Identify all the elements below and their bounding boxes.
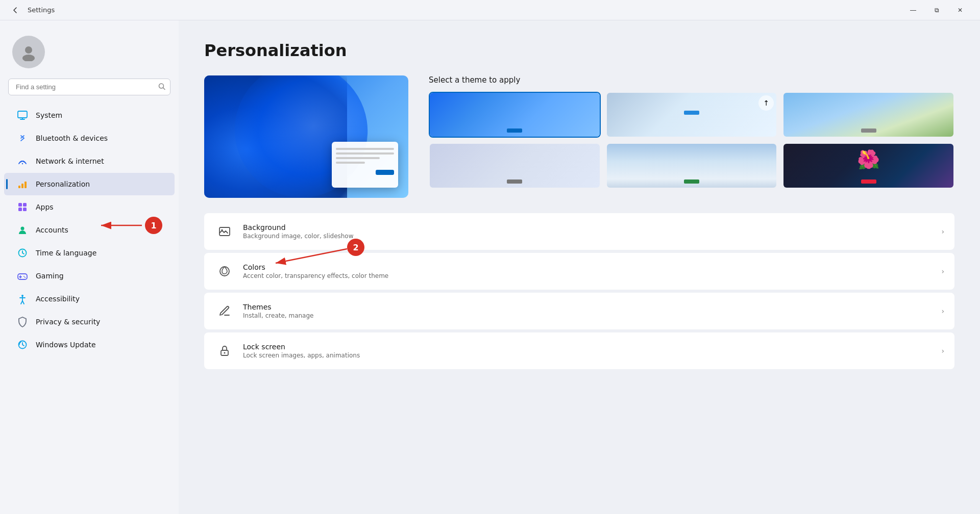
theme-thumb-6[interactable]: 🌺 [782,143,954,189]
nav-list: System Bluetooth & devices Network & int… [0,104,179,356]
sidebar-item-time[interactable]: Time & language [4,242,175,264]
accounts-icon [16,224,29,236]
sidebar: System Bluetooth & devices Network & int… [0,20,179,514]
svg-point-1 [22,55,35,61]
back-button[interactable] [8,3,22,17]
preview-image [204,75,408,198]
time-icon [16,247,29,259]
sidebar-item-gaming[interactable]: Gaming [4,265,175,287]
svg-point-34 [224,352,226,354]
svg-rect-12 [23,203,27,207]
theme-2-btn [684,111,699,115]
settings-item-text-colors: Colors Accent color, transparency effect… [243,263,933,279]
svg-rect-8 [18,186,20,188]
theme-thumb-2[interactable]: ↑ [606,92,778,138]
sidebar-item-privacy[interactable]: Privacy & security [4,311,175,333]
apps-icon [16,201,29,213]
theme-6-btn [861,179,876,184]
theme-thumb-3[interactable] [782,92,954,138]
sidebar-item-bluetooth[interactable]: Bluetooth & devices [4,127,175,149]
settings-item-title-themes: Themes [243,303,933,311]
theme-4-btn [507,179,522,184]
search-box[interactable] [8,79,170,95]
t2-overlay: ↑ [758,95,774,111]
svg-point-22 [23,276,24,277]
settings-item-arrow-colors: › [941,267,944,275]
settings-item-sub-lockscreen: Lock screen images, apps, animations [243,352,933,359]
theme-preview [204,75,408,198]
t6-flower: 🌺 [857,149,880,170]
search-input[interactable] [8,79,170,95]
sidebar-item-label: Gaming [36,272,64,280]
preview-line-1 [336,148,394,150]
theme-1-btn [507,128,522,133]
theme-1-preview [430,93,600,137]
sidebar-item-label: Network & internet [36,157,104,165]
settings-item-text-themes: Themes Install, create, manage [243,303,933,319]
settings-item-sub-themes: Install, create, manage [243,312,933,319]
app-body: System Bluetooth & devices Network & int… [0,20,980,514]
theme-thumb-1[interactable] [429,92,601,138]
restore-button[interactable]: ⧉ [925,0,948,20]
preview-line-4 [336,162,365,164]
sidebar-item-label: Privacy & security [36,318,100,326]
theme-3-btn [861,128,876,133]
settings-item-colors[interactable]: Colors Accent color, transparency effect… [204,253,954,290]
svg-rect-13 [18,208,22,211]
settings-item-title-lockscreen: Lock screen [243,343,933,351]
window-title: Settings [28,6,55,14]
theme-section: Select a theme to apply ↑ [204,75,954,198]
settings-list: Background Background image, color, slid… [204,213,954,369]
settings-item-text-background: Background Background image, color, slid… [243,223,933,240]
gaming-icon [16,270,29,282]
svg-point-23 [24,277,26,278]
settings-item-themes[interactable]: Themes Install, create, manage › [204,293,954,329]
sidebar-item-label: Bluetooth & devices [36,134,108,142]
sidebar-item-system[interactable]: System [4,104,175,126]
settings-item-text-lockscreen: Lock screen Lock screen images, apps, an… [243,343,933,359]
settings-item-background[interactable]: Background Background image, color, slid… [204,213,954,250]
colors-icon [214,261,235,281]
themes-icon [214,301,235,321]
personalization-icon [16,178,29,190]
sidebar-item-label: Windows Update [36,341,96,349]
avatar [12,36,45,68]
bluetooth-icon [16,132,29,144]
svg-rect-11 [18,203,22,207]
theme-4-preview [430,144,600,188]
settings-item-arrow-lockscreen: › [941,347,944,355]
sidebar-item-network[interactable]: Network & internet [4,150,175,172]
theme-thumb-5[interactable] [606,143,778,189]
close-button[interactable]: ✕ [948,0,972,20]
svg-rect-9 [21,184,23,188]
sidebar-item-accounts[interactable]: Accounts [4,219,175,241]
sidebar-item-update[interactable]: Windows Update [4,333,175,356]
settings-item-arrow-background: › [941,227,944,236]
svg-line-18 [22,253,24,254]
theme-5-btn [684,179,699,184]
settings-item-title-colors: Colors [243,263,933,271]
svg-line-28 [22,301,24,304]
svg-rect-4 [18,111,27,118]
theme-thumb-4[interactable] [429,143,601,189]
sidebar-item-apps[interactable]: Apps [4,196,175,218]
preview-lines [336,148,394,164]
privacy-icon [16,316,29,328]
preview-btn [376,170,394,175]
background-icon [214,221,235,242]
sidebar-item-label: Time & language [36,249,96,257]
sidebar-profile [0,31,179,79]
system-icon [16,109,29,121]
settings-item-sub-background: Background image, color, slideshow [243,233,933,240]
sidebar-item-personalization[interactable]: Personalization [4,173,175,195]
preview-window-mockup [332,142,398,188]
preview-line-2 [336,152,394,155]
settings-item-arrow-themes: › [941,307,944,315]
svg-rect-10 [24,182,27,188]
svg-rect-14 [23,208,27,211]
theme-2-preview: ↑ [607,93,777,137]
sidebar-item-label: Personalization [36,180,90,188]
settings-item-lockscreen[interactable]: Lock screen Lock screen images, apps, an… [204,332,954,369]
sidebar-item-accessibility[interactable]: Accessibility [4,288,175,310]
minimize-button[interactable]: — [901,0,925,20]
